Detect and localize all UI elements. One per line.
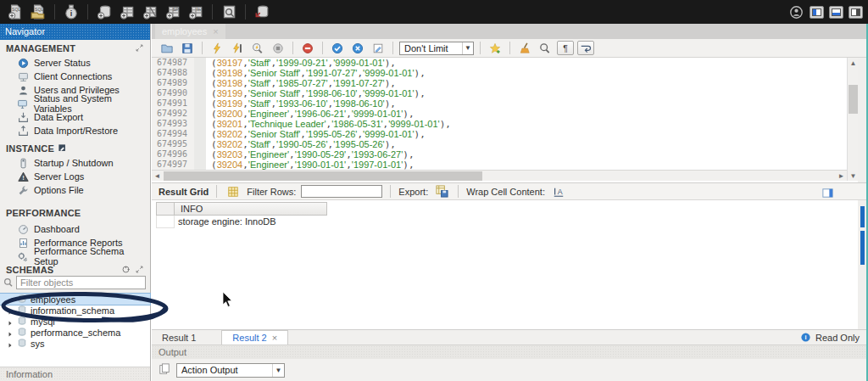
inspector-icon[interactable]: i — [63, 3, 80, 20]
sync-icon[interactable] — [121, 265, 131, 276]
toggle-right-panel-button[interactable] — [849, 6, 863, 19]
toggle-wrap-button[interactable] — [577, 41, 594, 55]
create-function-icon[interactable]: fn — [187, 3, 204, 20]
scroll-right-arrow[interactable]: ► — [836, 171, 847, 181]
chevron-down-icon[interactable]: ▼ — [272, 364, 284, 377]
row-selector-header[interactable] — [156, 202, 175, 216]
line-number: 674990 — [152, 88, 194, 98]
schema-item-mysql[interactable]: mysql — [0, 316, 150, 327]
sidebar-item-data-export[interactable]: Data Export — [0, 110, 150, 124]
save-snippet-button[interactable] — [487, 41, 504, 56]
line-number: 674995 — [152, 139, 194, 149]
expand-icon[interactable] — [135, 43, 144, 54]
limit-dropdown[interactable]: Don't Limit▼ — [399, 42, 474, 55]
beautify-button[interactable] — [516, 41, 533, 56]
preferences-icon[interactable] — [787, 3, 804, 20]
editor-tab-employees[interactable]: employees × — [155, 24, 225, 39]
column-header-info[interactable]: INFO — [175, 202, 327, 216]
result-tab-result-1[interactable]: Result 1 — [152, 330, 206, 345]
horizontal-scrollbar[interactable]: ◄ ► — [152, 170, 847, 181]
server-logs-icon: ! — [17, 171, 29, 182]
mysql-workbench-window: SQLSQLiSPfn Navigator MANAGEMENTServer S… — [0, 0, 868, 381]
result-grid-label: Result Grid — [159, 187, 209, 197]
caret-right-icon[interactable] — [7, 296, 14, 303]
editor-tabstrip: employees × — [152, 24, 868, 39]
execute-button[interactable] — [209, 41, 225, 56]
schema-icon — [17, 305, 27, 317]
close-icon[interactable]: × — [272, 330, 277, 345]
sidebar-item-client-connections[interactable]: Client Connections — [0, 70, 150, 83]
result-grid-icon — [225, 184, 242, 199]
new-sql-tab-icon[interactable]: SQL — [7, 3, 24, 20]
save-button[interactable] — [179, 41, 196, 56]
startup-shutdown-icon — [17, 157, 29, 169]
open-file-button[interactable] — [159, 41, 175, 56]
table-cell[interactable]: storage engine: InnoDB — [175, 216, 412, 228]
code-line: 674997(39204,'Engineer','1990-01-01','19… — [152, 160, 847, 170]
export-icon[interactable] — [433, 184, 450, 199]
open-sql-script-icon[interactable]: SQL — [30, 3, 47, 20]
caret-right-icon[interactable] — [7, 318, 14, 325]
vertical-scrollbar[interactable]: ▲ ▼ — [847, 58, 858, 181]
caret-right-icon[interactable] — [7, 329, 14, 336]
toggle-stop-on-error-button[interactable] — [299, 41, 316, 56]
schema-item-performance_schema[interactable]: performance_schema — [0, 327, 150, 338]
search-data-icon[interactable] — [220, 3, 237, 20]
row-selector[interactable] — [156, 216, 175, 228]
create-procedure-icon[interactable]: SP — [164, 3, 181, 20]
rollback-button[interactable] — [349, 41, 366, 56]
output-type-select[interactable]: Action Output ▼ — [176, 363, 285, 378]
execute-current-button[interactable] — [229, 41, 246, 56]
svg-text:SQL: SQL — [35, 7, 43, 12]
navigator-sidebar: Navigator MANAGEMENTServer StatusClient … — [0, 24, 151, 381]
section-header-performance: PERFORMANCE — [0, 207, 150, 219]
caret-right-icon[interactable] — [7, 307, 14, 314]
sidebar-item-performance-schema-setup[interactable]: Performance Schema Setup — [0, 249, 150, 263]
sidebar-item-status-and-system-variables[interactable]: Status and System Variables — [0, 97, 150, 110]
create-view-icon[interactable] — [142, 3, 159, 20]
right-panel-grip[interactable] — [860, 231, 865, 265]
reconnect-dbms-icon[interactable] — [253, 3, 270, 20]
section-header-instance: INSTANCE — [0, 143, 150, 154]
search-icon — [3, 277, 14, 288]
toggle-bottom-panel-button[interactable] — [829, 6, 843, 19]
sql-editor[interactable]: 674987(39197,'Staff','1999-09-21','9999-… — [152, 58, 847, 170]
chevron-down-icon[interactable]: ▼ — [462, 42, 473, 54]
schema-filter-input[interactable]: Filter objects — [16, 276, 146, 289]
data-import-icon — [17, 125, 29, 137]
toggle-invisibles-button[interactable]: ¶ — [557, 41, 574, 55]
sidebar-item-server-status[interactable]: Server Status — [0, 56, 150, 70]
toggle-autocommit-button[interactable] — [370, 41, 387, 56]
toggle-left-panel-button[interactable] — [810, 6, 824, 19]
filter-rows-input[interactable] — [301, 185, 382, 198]
commit-button[interactable] — [329, 41, 346, 56]
create-schema-icon[interactable] — [96, 3, 113, 20]
section-header-management: MANAGEMENT — [0, 42, 150, 54]
result-tab-result-2[interactable]: Result 2× — [221, 330, 288, 345]
scroll-left-arrow[interactable]: ◄ — [152, 171, 163, 181]
info-icon: i — [800, 332, 811, 345]
close-icon[interactable]: × — [213, 26, 218, 36]
find-button[interactable] — [537, 41, 554, 56]
schema-item-employees[interactable]: employees — [0, 294, 150, 305]
sidebar-item-data-import-restore[interactable]: Data Import/Restore — [0, 124, 150, 137]
sidebar-item-dashboard[interactable]: Dashboard — [0, 222, 150, 236]
sidebar-item-options-file[interactable]: Options File — [0, 183, 150, 197]
vertical-scroll-thumb[interactable] — [849, 85, 858, 114]
schema-item-information_schema[interactable]: information_schema — [0, 305, 150, 316]
caret-right-icon[interactable] — [7, 340, 14, 347]
explain-button[interactable] — [249, 41, 266, 56]
svg-text:A: A — [558, 187, 563, 195]
toolbar-separator — [87, 4, 88, 20]
result-panel-toggle-icon[interactable] — [819, 185, 836, 200]
stop-button[interactable] — [270, 41, 287, 56]
right-panel-grip[interactable] — [860, 206, 865, 227]
schema-item-sys[interactable]: sys — [0, 338, 150, 349]
sidebar-item-startup-shutdown[interactable]: Startup / Shutdown — [0, 156, 150, 170]
create-table-icon[interactable] — [119, 3, 136, 20]
wrap-cell-content-icon[interactable]: A — [550, 184, 567, 199]
expand-icon[interactable] — [135, 265, 144, 276]
performance-schema-setup-icon — [17, 250, 29, 262]
sidebar-item-server-logs[interactable]: !Server Logs — [0, 170, 150, 183]
horizontal-scroll-thumb[interactable] — [164, 171, 482, 181]
